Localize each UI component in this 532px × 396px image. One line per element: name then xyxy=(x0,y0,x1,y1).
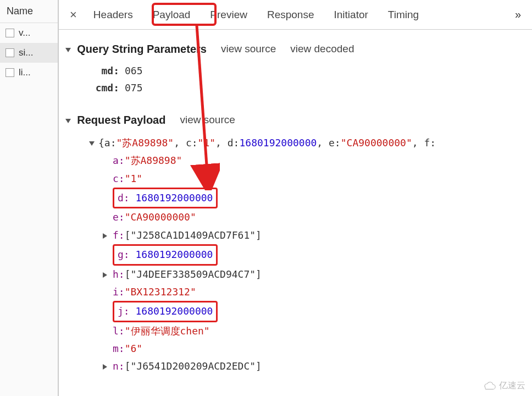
field-key: g: xyxy=(118,249,136,260)
cloud-icon xyxy=(481,381,497,391)
field-value: "伊丽华调度chen" xyxy=(125,322,210,340)
field-value: 1680192000000 xyxy=(136,249,213,260)
payload-field-e: e: "CA90000000" xyxy=(76,208,525,226)
field-key: c: xyxy=(113,170,125,188)
payload-tree: {a: "苏A89898" , c: "1" , d: 168019200000… xyxy=(65,134,525,376)
disclosure-down-icon[interactable] xyxy=(65,119,71,123)
field-value: ["J258CA1D1409ACD7F61"] xyxy=(125,227,262,244)
tab-payload[interactable]: Payload xyxy=(144,3,199,26)
field-value: 1680192000000 xyxy=(136,305,213,317)
checkbox-icon[interactable] xyxy=(5,48,14,57)
main-panel: × Headers Payload Preview Response Initi… xyxy=(58,0,532,396)
tab-response[interactable]: Response xyxy=(258,3,323,26)
payload-field-m: m: "6" xyxy=(76,340,525,358)
checkbox-icon[interactable] xyxy=(5,29,14,37)
param-value: 075 xyxy=(125,80,143,97)
param-key: md: xyxy=(87,63,119,80)
payload-field-d: d: 1680192000000 xyxy=(76,188,525,208)
payload-field-c: c: "1" xyxy=(76,170,525,188)
sidebar-item-2[interactable]: li... xyxy=(0,63,58,82)
checkbox-icon[interactable] xyxy=(5,68,14,77)
field-key: j: xyxy=(118,305,136,317)
field-value: "BX12312312" xyxy=(125,283,196,301)
chevron-double-right-icon[interactable]: » xyxy=(509,5,527,24)
query-string-title: Query String Parameters xyxy=(77,43,207,55)
field-value: "1" xyxy=(125,170,143,188)
field-key: m: xyxy=(113,340,125,358)
query-param-row: cmd: 075 xyxy=(65,80,525,97)
request-payload-section: Request Payload view source xyxy=(65,111,525,129)
content-area: Query String Parameters view source view… xyxy=(59,30,532,382)
disclosure-right-icon[interactable] xyxy=(103,364,110,370)
payload-field-i: i: "BX12312312" xyxy=(76,283,525,301)
tab-headers[interactable]: Headers xyxy=(85,3,142,26)
annotation-box: j: 1680192000000 xyxy=(113,301,218,322)
field-key: h: xyxy=(113,266,125,283)
sidebar-header: Name xyxy=(0,0,58,23)
annotation-box: d: 1680192000000 xyxy=(113,188,218,208)
sidebar-item-label: v... xyxy=(19,28,30,38)
sidebar-item-1[interactable]: si... xyxy=(0,43,58,63)
field-key: i: xyxy=(113,283,125,301)
payload-field-n[interactable]: n: ["J6541D200209ACD2EDC"] xyxy=(76,358,525,375)
field-value: ["J4DEEF338509ACD94C7"] xyxy=(125,266,262,283)
sidebar-item-label: li... xyxy=(19,67,31,78)
view-source-link[interactable]: view source xyxy=(180,111,235,129)
field-key: f: xyxy=(113,227,125,244)
field-value: ["J6541D200209ACD2EDC"] xyxy=(125,358,262,375)
tab-preview[interactable]: Preview xyxy=(201,3,256,26)
payload-field-f[interactable]: f: ["J258CA1D1409ACD7F61"] xyxy=(76,227,525,244)
tab-initiator[interactable]: Initiator xyxy=(325,3,377,26)
field-key: a: xyxy=(113,152,125,169)
tab-timing[interactable]: Timing xyxy=(379,3,428,26)
field-key: l: xyxy=(113,322,125,340)
field-value: 1680192000000 xyxy=(136,192,213,204)
field-key: e: xyxy=(113,208,125,226)
sidebar-item-label: si... xyxy=(19,47,33,58)
payload-field-j: j: 1680192000000 xyxy=(76,301,525,322)
disclosure-down-icon[interactable] xyxy=(89,141,95,146)
payload-field-g: g: 1680192000000 xyxy=(76,244,525,265)
field-value: "CA90000000" xyxy=(125,208,196,226)
view-source-link[interactable]: view source xyxy=(221,40,276,58)
query-param-row: md: 065 xyxy=(65,63,525,80)
param-key: cmd: xyxy=(87,80,119,97)
view-decoded-link[interactable]: view decoded xyxy=(290,40,354,58)
watermark: 亿速云 xyxy=(481,380,525,392)
query-string-section: Query String Parameters view source view… xyxy=(65,40,525,58)
disclosure-right-icon[interactable] xyxy=(103,233,110,239)
close-icon[interactable]: × xyxy=(64,4,82,25)
field-key: d: xyxy=(118,192,136,204)
disclosure-right-icon[interactable] xyxy=(103,272,110,278)
request-payload-title: Request Payload xyxy=(77,114,165,126)
field-value: "苏A89898" xyxy=(125,152,182,169)
payload-field-h[interactable]: h: ["J4DEEF338509ACD94C7"] xyxy=(76,266,525,283)
payload-field-a: a: "苏A89898" xyxy=(76,152,525,169)
sidebar: Name v... si... li... xyxy=(0,0,58,396)
param-value: 065 xyxy=(125,63,143,80)
payload-field-l: l: "伊丽华调度chen" xyxy=(76,322,525,340)
tabs-bar: × Headers Payload Preview Response Initi… xyxy=(59,0,532,30)
disclosure-down-icon[interactable] xyxy=(65,48,71,52)
annotation-box: g: 1680192000000 xyxy=(113,244,218,265)
payload-summary-row[interactable]: {a: "苏A89898" , c: "1" , d: 168019200000… xyxy=(76,134,525,152)
sidebar-item-0[interactable]: v... xyxy=(0,23,58,43)
field-value: "6" xyxy=(125,340,143,358)
field-key: n: xyxy=(113,358,125,375)
